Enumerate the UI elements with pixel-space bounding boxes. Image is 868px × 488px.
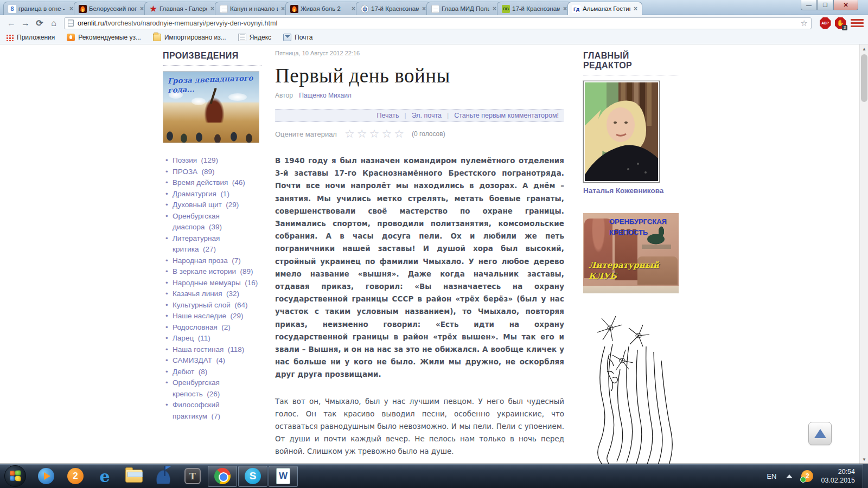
article-action-link[interactable]: Печать [371, 112, 404, 119]
category-list: Поэзия (129)ПРОЗА (89)Время действия (46… [173, 155, 261, 422]
minimize-button[interactable]: — [801, 0, 817, 10]
start-button[interactable] [4, 465, 26, 487]
browser-tab[interactable]: Белорусский погра× [74, 2, 149, 15]
close-button[interactable]: ✕ [833, 0, 858, 10]
browser-tab[interactable]: ГдАльманах Гостины× [567, 2, 642, 15]
category-link[interactable]: Народная проза [173, 256, 228, 265]
chrome-menu-button[interactable] [851, 19, 864, 27]
bookmark-star-icon[interactable]: ☆ [801, 18, 808, 28]
browser-tab[interactable]: 8граница в огне - П× [3, 2, 78, 15]
category-link[interactable]: Духовный щит [173, 201, 222, 209]
browser-tab[interactable]: Глава МИД Польш× [426, 2, 501, 15]
category-count: (7) [228, 256, 241, 265]
category-count: (8) [194, 368, 207, 376]
ie-icon: e [99, 467, 110, 486]
media-player-icon [38, 468, 54, 484]
pv-favicon-icon: ПВ [502, 5, 510, 13]
category-count: (32) [222, 290, 239, 298]
browser-tab[interactable]: ф17-й Краснознамё× [356, 2, 431, 15]
category-link[interactable]: Драматургия [173, 190, 216, 198]
bookmark-item[interactable]: Почта [283, 34, 312, 41]
author-link[interactable]: Пащенко Михаил [299, 92, 352, 99]
taskbar-wot-assistant[interactable] [154, 467, 173, 485]
abp-octagon: ABP [820, 17, 831, 29]
grid-bookmark-icon [5, 34, 14, 41]
windows-flag-icon [10, 470, 21, 481]
category-link[interactable]: ПРОЗА [173, 168, 197, 176]
category-link[interactable]: Казачья линия [173, 290, 222, 298]
flame-favicon-icon [290, 5, 298, 13]
back-button[interactable]: ← [4, 18, 18, 28]
browser-tab[interactable]: ПВ17-й Краснознамен× [497, 2, 572, 15]
page-scrollbar[interactable]: ▲ ▼ [859, 44, 868, 464]
category-link[interactable]: Наша гостиная [173, 345, 224, 354]
scrollbar-up-arrow[interactable]: ▲ [860, 44, 868, 53]
show-desktop-button[interactable] [863, 464, 868, 488]
taskbar-internet-explorer[interactable]: e [95, 467, 114, 485]
taskbar-media-player[interactable] [37, 467, 55, 485]
category-link[interactable]: Народные мемуары [173, 279, 241, 287]
category-count: (29) [226, 312, 244, 320]
scrollbar-down-arrow[interactable]: ▼ [860, 455, 868, 464]
taskbar-explorer[interactable] [125, 467, 143, 485]
adblock-extension-icon[interactable]: ABP [819, 17, 831, 29]
rating-stars[interactable]: ☆☆☆☆☆ [344, 127, 406, 140]
browser-tab[interactable]: ★Главная - Галерея× [144, 2, 219, 15]
category-link[interactable]: В зеркале истории [173, 267, 236, 275]
category-link[interactable]: Ларец [173, 334, 194, 342]
category-link[interactable]: Родословная [173, 323, 218, 331]
reload-button[interactable]: ⟳ [33, 18, 47, 28]
category-count: (27) [199, 245, 216, 253]
editor-photo[interactable] [583, 81, 660, 183]
hidden-icons-chevron[interactable] [786, 474, 793, 478]
bookmark-item[interactable]: Импортировано из... [153, 34, 226, 41]
tab-close-icon[interactable]: × [633, 5, 639, 12]
taskbar-world-of-tanks[interactable]: Т [183, 467, 202, 485]
editor-title: ГЛАВНЫЙ РЕДАКТОР [583, 51, 679, 75]
scroll-to-top-button[interactable] [808, 422, 832, 445]
taskbar-clock[interactable]: 20:54 03.02.2015 [821, 467, 855, 485]
category-count: (29) [222, 201, 239, 209]
language-indicator[interactable]: EN [767, 472, 776, 480]
bookmark-label: Импортировано из... [164, 34, 226, 41]
2gis-icon: 2 [67, 468, 84, 484]
literary-club-banner[interactable]: ОРЕНБУРГСКАЯ КРЕПОСТЬ Литературный КЛУБ [583, 213, 679, 293]
category-list-item: Казачья линия (32) [173, 288, 261, 300]
category-count: (46) [228, 178, 245, 187]
bookmark-item[interactable]: Рекомендуемые уз... [67, 34, 141, 41]
restore-button[interactable]: ❐ [817, 0, 833, 10]
browser-tab[interactable]: Канун и начало во× [215, 2, 290, 15]
agent-tray-icon[interactable]: 2 [801, 470, 813, 482]
category-link[interactable]: Наше наследие [173, 312, 226, 320]
category-list-item: Дебют (8) [173, 367, 261, 378]
taskbar-2gis[interactable]: 2 [66, 467, 85, 485]
taskbar-word[interactable]: W [269, 466, 298, 487]
category-link[interactable]: Поэзия [173, 156, 197, 164]
bookmark-item[interactable]: Приложения [5, 34, 55, 41]
browser-tab[interactable]: Живая боль 2× [285, 2, 360, 15]
tab-title: 17-й Краснознамен [512, 5, 560, 12]
tab-title: Канун и начало во [230, 5, 278, 12]
scrollbar-thumb[interactable] [861, 54, 867, 102]
address-bar[interactable]: orenlit.ru/tvorchestvo/narodnyie-memuary… [64, 17, 812, 29]
bookmark-item[interactable]: Яндекс [238, 34, 271, 41]
votes-count: (0 голосов) [412, 130, 445, 138]
home-button[interactable]: ⌂ [47, 18, 61, 28]
system-tray: EN 2 20:54 03.02.2015 [767, 464, 868, 488]
category-link[interactable]: Дебют [173, 368, 194, 376]
category-link[interactable]: Время действия [173, 178, 228, 187]
stop-hand-extension-icon[interactable]: ✋ 3 [834, 17, 846, 29]
horseman-figure [202, 94, 226, 123]
article-action-link[interactable]: Станьте первым комментатором! [449, 112, 564, 119]
category-link[interactable]: Культурный слой [173, 301, 231, 309]
forward-button[interactable]: → [18, 18, 33, 28]
taskbar-skype[interactable]: S [238, 466, 267, 487]
category-list-item: Литературная критика (27) [173, 233, 261, 255]
category-link[interactable]: САМИЗДАТ [173, 356, 212, 364]
article-action-link[interactable]: Эл. почта [406, 112, 447, 119]
browser-toolbar: ← → ⟳ ⌂ orenlit.ru/tvorchestvo/narodnyie… [0, 15, 868, 31]
taskbar-chrome-active[interactable] [208, 466, 237, 487]
tray-time: 20:54 [821, 467, 855, 476]
battle-painting-image[interactable]: Гроза двенадцатого года... [163, 71, 259, 143]
editor-column: ГЛАВНЫЙ РЕДАКТОР Наталья Кожевникова [583, 51, 679, 464]
